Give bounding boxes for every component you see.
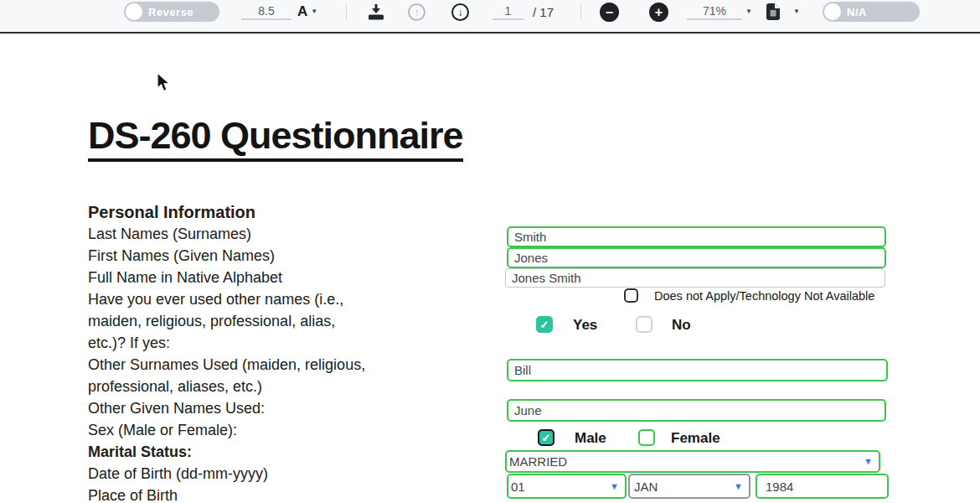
field-label: Last Names (Surnames) (88, 223, 482, 245)
other-names-no-label: No (672, 317, 691, 334)
page-down-button[interactable]: ↓ (451, 3, 469, 21)
other-names-yes-checkbox[interactable]: ✓ (536, 316, 553, 333)
toggle-knob-icon (126, 3, 142, 20)
arrow-down-icon: ↓ (458, 8, 463, 18)
field-label: etc.)? If yes: (88, 332, 482, 354)
sex-female-label: Female (671, 430, 720, 447)
font-style-label: A (297, 3, 307, 20)
dob-month-value: JAN (634, 480, 658, 494)
page-count-label: / 17 (533, 5, 554, 19)
field-label: professional, aliases, etc.) (88, 376, 482, 397)
page-title: DS-260 Questionnaire (88, 114, 463, 162)
check-icon: ✓ (542, 433, 551, 443)
page-view-chevron-down-icon[interactable]: ▼ (793, 8, 800, 15)
dropdown-caret-icon: ▼ (864, 457, 873, 466)
field-label: Other Given Names Used: (88, 397, 482, 419)
zoom-in-button[interactable]: + (649, 3, 668, 22)
page-view-button[interactable] (766, 3, 780, 20)
dob-day-value: 01 (511, 480, 525, 494)
field-label: Sex (Male or Female): (88, 419, 482, 441)
dob-day-select[interactable]: 01 ▼ (507, 474, 627, 499)
page-number-input[interactable]: 1 (493, 3, 524, 20)
plus-icon: + (655, 6, 663, 19)
other-names-yes-label: Yes (573, 317, 597, 334)
toolbar-divider (580, 3, 581, 20)
field-label: Place of Birth (88, 485, 482, 503)
download-icon (368, 4, 384, 20)
toolbar: Reverse 8.5 A ▼ ↑ ↓ 1 / 17 − + 71% ▼ ▼ (0, 0, 980, 34)
page-up-button[interactable]: ↑ (408, 3, 426, 21)
field-label: Full Name in Native Alphabet (88, 267, 482, 288)
dob-month-select[interactable]: JAN ▼ (628, 474, 750, 499)
na-toggle-label: N/A (847, 6, 867, 18)
given-names-input[interactable] (507, 247, 886, 268)
sex-male-checkbox[interactable]: ✓ (538, 429, 554, 446)
reverse-toggle[interactable]: Reverse (124, 2, 219, 22)
font-style-button[interactable]: A ▼ (297, 3, 317, 20)
mouse-pointer-icon (156, 72, 171, 97)
toggle-knob-icon (824, 3, 841, 20)
does-not-apply-label: Does not Apply/Technology Not Available (654, 289, 874, 303)
chevron-down-icon: ▼ (311, 8, 317, 15)
download-button[interactable] (368, 4, 384, 20)
field-label: Other Surnames Used (maiden, religious, (88, 354, 482, 376)
native-full-name-input[interactable] (505, 268, 885, 288)
pdf-page: DS-260 Questionnaire Personal Informatio… (0, 34, 980, 503)
section-heading: Personal Information (88, 201, 482, 223)
other-given-names-input[interactable] (507, 399, 886, 422)
zoom-chevron-down-icon[interactable]: ▼ (745, 8, 752, 15)
sex-male-label: Male (575, 430, 606, 447)
field-label: Have you ever used other names (i.e., (88, 288, 482, 310)
marital-status-value: MARRIED (509, 454, 567, 469)
font-size-input[interactable]: 8.5 (241, 3, 291, 20)
dropdown-caret-icon: ▼ (734, 482, 743, 491)
reverse-toggle-label: Reverse (148, 6, 193, 18)
minus-icon: − (606, 6, 613, 19)
check-icon: ✓ (540, 319, 549, 330)
toolbar-divider (346, 3, 347, 20)
other-names-no-checkbox[interactable] (636, 316, 652, 333)
field-label: maiden, religious, professional, alias, (88, 310, 482, 332)
dob-year-input[interactable] (756, 474, 889, 499)
sex-female-checkbox[interactable] (638, 429, 655, 446)
zoom-level-input[interactable]: 71% (687, 3, 742, 20)
arrow-up-icon: ↑ (415, 8, 420, 18)
dropdown-caret-icon: ▼ (610, 482, 619, 491)
marital-status-select[interactable]: MARRIED ▼ (505, 450, 880, 473)
form-labels: Personal Information Last Names (Surname… (88, 201, 482, 503)
na-toggle[interactable]: N/A (823, 2, 920, 22)
field-label: Date of Birth (dd-mm-yyyy) (88, 463, 482, 485)
field-label: First Names (Given Names) (88, 245, 482, 267)
does-not-apply-checkbox[interactable] (624, 288, 638, 303)
field-label: Marital Status: (88, 441, 482, 463)
zoom-out-button[interactable]: − (600, 3, 619, 22)
last-surnames-input[interactable] (507, 226, 886, 247)
other-surnames-input[interactable] (507, 359, 888, 381)
document-page-icon (766, 3, 780, 20)
